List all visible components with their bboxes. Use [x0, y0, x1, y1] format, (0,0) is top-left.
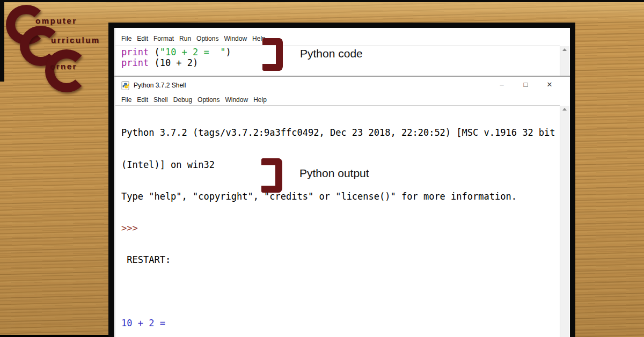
code-token-keyword: print: [121, 57, 149, 68]
editor-menu-edit[interactable]: Edit: [137, 35, 148, 42]
shell-line-restart: RESTART:: [121, 255, 555, 266]
shell-menu-file[interactable]: File: [121, 96, 131, 104]
editor-menu-window[interactable]: Window: [224, 35, 247, 42]
python-code-label: Python code: [300, 47, 363, 60]
editor-menu-file[interactable]: File: [121, 35, 131, 42]
shell-menu-window[interactable]: Window: [225, 96, 248, 104]
editor-menubar: FileEditFormatRunOptionsWindowHelp: [121, 35, 271, 42]
logo-letter-c-icon: [45, 49, 88, 92]
chevron-up-icon[interactable]: [562, 48, 567, 51]
code-bracket-icon: [262, 38, 283, 71]
output-bracket-icon: [261, 158, 282, 193]
code-token-expression: (10 + 2): [149, 57, 198, 68]
shell-titlebar[interactable]: Python 3.7.2 Shell – □ ✕: [115, 77, 570, 95]
code-token-paren: ): [226, 47, 231, 57]
shell-line-blank: [121, 287, 555, 297]
logo-word-curriculum: urriculum: [51, 35, 100, 45]
shell-line-banner-1: Python 3.7.2 (tags/v3.7.2:9a3ffc0492, De…: [121, 128, 555, 138]
editor-menu-options[interactable]: Options: [196, 35, 218, 42]
python-output-label: Python output: [299, 167, 369, 180]
shell-menu-help[interactable]: Help: [253, 96, 267, 104]
python-file-icon: [121, 81, 130, 90]
shell-menu-edit[interactable]: Edit: [137, 96, 148, 104]
shell-window-title: Python 3.7.2 Shell: [134, 82, 186, 89]
shell-line-prompt: >>>: [121, 223, 555, 234]
shell-scrollbar[interactable]: [560, 106, 569, 337]
logo-word-computer: omputer: [35, 16, 77, 25]
editor-code-line-1[interactable]: print ("10 + 2 = "): [121, 47, 231, 58]
computer-curriculum-corner-logo: omputer urriculum orner: [0, 0, 118, 102]
code-token-paren: (: [149, 47, 159, 57]
idle-screenshot-window: FileEditFormatRunOptionsWindowHelp print…: [108, 23, 575, 337]
code-token-string: "10 + 2 = ": [160, 47, 226, 57]
frame-edge-left: [0, 0, 4, 82]
editor-code-line-2[interactable]: print (10 + 2): [121, 58, 198, 69]
minimize-button[interactable]: –: [491, 80, 513, 89]
shell-menu-divider: [115, 105, 560, 106]
shell-menubar: FileEditShellDebugOptionsWindowHelp: [121, 96, 272, 104]
logo-word-corner: orner: [50, 62, 77, 71]
shell-menu-debug[interactable]: Debug: [173, 96, 192, 104]
close-button[interactable]: ✕: [539, 80, 560, 89]
shell-menu-options[interactable]: Options: [197, 96, 219, 104]
editor-scrollbar[interactable]: [560, 46, 569, 76]
editor-menu-run[interactable]: Run: [179, 35, 191, 42]
frame-edge-top: [0, 0, 644, 2]
editor-menu-format[interactable]: Format: [153, 35, 174, 42]
maximize-button[interactable]: □: [515, 80, 537, 89]
shell-line-output-1: 10 + 2 =: [121, 318, 555, 329]
code-token-keyword: print: [121, 47, 149, 57]
shell-output-area[interactable]: Python 3.7.2 (tags/v3.7.2:9a3ffc0492, De…: [121, 107, 555, 337]
chevron-up-icon[interactable]: [562, 108, 567, 111]
shell-menu-shell[interactable]: Shell: [153, 96, 168, 104]
editor-menu-divider: [115, 46, 560, 46]
window-controls: – □ ✕: [491, 79, 560, 89]
shell-line-banner-3: Type "help", "copyright", "credits" or "…: [121, 192, 555, 202]
